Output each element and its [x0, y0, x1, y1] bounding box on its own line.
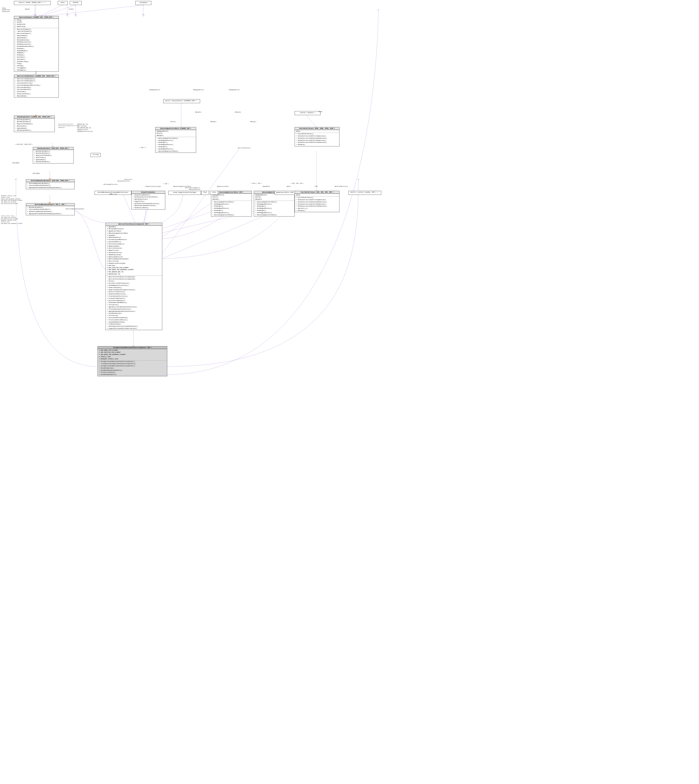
svg-line-2	[42, 5, 76, 16]
output-file-handler-header: OutputFileHandler	[132, 191, 165, 194]
label-dim-dimminus1: « DIM-1 »	[139, 147, 146, 148]
solid-mech-problem-def-type: SolidMechanicsProblemDefinition< DIM > &	[94, 191, 131, 195]
svg-line-3	[46, 5, 143, 16]
label-dim-dim: « DIM »	[163, 183, 169, 184]
label-mflag: mFlagmOwnershipmIsDeleted	[2, 8, 10, 13]
label-mcompressibility: mCompressibilityType	[145, 186, 161, 187]
deformed-boundary-element-box: DeformedBoundaryElement< ELEM_DIM, SPACE…	[26, 179, 75, 189]
abstract-element-header: AbstractElement< ELEMENT_DIM, SPACE_DIM …	[14, 16, 58, 19]
label-mresidual: mResidualVector	[189, 189, 201, 190]
gaussian-quad-element-dim-box: GaussianQuadratureRule< ELEMENT_DIM > mN…	[155, 127, 196, 153]
svg-line-1	[40, 5, 63, 16]
incompressible-nonlinear-elasticity-solver-header: IncompressibleNonlinearElasticitySolver<…	[98, 346, 167, 349]
label-mboundary-quad: mBoundaryQuadratureRule	[173, 186, 191, 187]
label-moutput-directory: mOutputDirectory	[118, 181, 130, 182]
size-box2: Size	[210, 191, 218, 195]
label-newton: NEWTON_REL_TOL mCurrentTime MAX_NEWTON_A…	[77, 123, 93, 133]
label-mdeformed-boundary: mDeformedBoundaryElement	[66, 208, 84, 210]
label-mquad-rule: mQuadratureRule	[217, 186, 229, 187]
deformed-boundary-element-header: DeformedBoundaryElement< ELEM_DIM, SPACE…	[26, 179, 75, 182]
arrows-svg	[0, 0, 699, 784]
chaste-point-type: vector ChastePoint< ELEMENT_DIM > *	[163, 99, 200, 103]
svg-marker-36	[66, 14, 68, 16]
abstract-timed-element-header: AbstractTimedElement< ELEMENT_DIM, SPACE…	[14, 75, 58, 78]
incompressible-nonlinear-elasticity-solver-box: IncompressibleNonlinearElasticitySolver<…	[98, 346, 167, 376]
label-num-quad-2: mNumQuadPoints	[193, 89, 204, 91]
label-static-const: static const size_t NUM_NODES_PER_ELEMEN…	[1, 215, 23, 224]
label-mdeformed-pos: mDeformedPosition	[335, 186, 348, 187]
label-elem-dim: « ELEM_DIM, SPACE_DIM »	[15, 144, 33, 145]
label-mpoints-1: mPoints	[171, 121, 176, 123]
label-mweights-2: mWeights	[195, 111, 201, 113]
output-file-handler-box: OutputFileHandler + OutputFileHandler() …	[131, 191, 165, 209]
fourth-order-tensor-2-box: FourthOrderTensor< DIM, DIM, DIM, DIM > …	[295, 191, 340, 212]
boundary-element-abstract-header: BoundaryElement< ELEMENT_DIM, SPACE_DIM …	[14, 116, 55, 118]
enum-compressibility-type: enum CompressibilityType	[168, 191, 201, 195]
vector-nodes-type: vector< Node< SPACE_DIM > > *	[14, 1, 51, 5]
fourth-order-tensor-2-header: FourthOrderTensor< DIM, DIM, DIM, DIM >	[295, 191, 339, 194]
abstract-finite-elasticity-box: AbstractFiniteElasticitySystem< DIM > # …	[106, 223, 162, 330]
vector-double-type: vector< double >	[295, 111, 321, 115]
string-type: string	[91, 153, 101, 157]
label-num-quad-1: mNumQuadPoints	[149, 89, 160, 91]
svg-line-19	[161, 211, 213, 229]
label-mdata: mData	[318, 111, 323, 113]
unsigned-type: unsigned	[135, 1, 151, 5]
diagram-container: vector< Node< SPACE_DIM > > * bool doubl…	[0, 0, 699, 784]
svg-line-10	[306, 116, 316, 128]
deformed-boundary-element2-header: DeformedBoundaryElement< DIM-1, DIM >	[26, 203, 75, 206]
abstract-element-box: AbstractElement< ELEMENT_DIM, SPACE_DIM …	[14, 16, 59, 72]
label-mdirectory: mDirectory	[124, 179, 132, 180]
svg-marker-40	[142, 14, 144, 16]
vector-double-dim-type: vector< c_vector< double, DIM > > *	[348, 191, 381, 195]
svg-marker-21	[35, 72, 37, 74]
label-mquad-mesh: mQuadMesh	[263, 186, 270, 187]
boundary-element-concrete-header: BoundaryElement< ELEM_DIM, SPACE_DIM >	[33, 147, 73, 150]
svg-line-14	[159, 203, 211, 239]
label-boundary-stencil: BOUNDARY_STENCIL_SIZE STENCIL_SIZE MODEL…	[1, 195, 23, 204]
label-current-solution: mCurrentSolution	[238, 148, 250, 149]
label-mnodes: mNodes	[25, 8, 30, 10]
bool-type: bool	[58, 1, 68, 5]
label-ftse: fTSE	[315, 186, 318, 187]
label-mpoints-3: mWeights	[250, 121, 256, 123]
abstract-timed-element-box: AbstractTimedElement< ELEMENT_DIM, SPACE…	[14, 75, 59, 98]
gaussian-quad-element-dim-header: GaussianQuadratureRule< ELEMENT_DIM >	[156, 127, 196, 130]
fourth-order-tensor-1-box: FourthOrderTensor< DIM1, DIM2, DIM3, DIM…	[295, 127, 340, 146]
svg-marker-38	[75, 14, 77, 16]
label-num-nodes-2: NUM_NODES	[33, 173, 40, 174]
label-num-nodes-1: NUM_NODES	[12, 162, 19, 164]
double-type: double	[70, 1, 82, 5]
label-mweights-1: mWeights	[235, 111, 241, 113]
label-dim1-dim: « DIM, DIM, DIM »	[291, 183, 304, 184]
boundary-element-concrete-box: BoundaryElement< ELEM_DIM, SPACE_DIM > +…	[33, 147, 74, 164]
fourth-order-tensor-1-header: FourthOrderTensor< DIM1, DIM2, DIM3, DIM…	[295, 127, 339, 130]
boundary-element-abstract-box: BoundaryElement< ELEMENT_DIM, SPACE_DIM …	[14, 116, 55, 132]
label-mmesh: mMesh	[287, 186, 291, 187]
abstract-finite-elasticity-header: AbstractFiniteElasticitySystem< DIM >	[106, 223, 162, 226]
label-mcheckedelems: mCheckedExtentFormats mMaxOutputEachNewt…	[58, 123, 79, 128]
size-box1: Size	[201, 191, 209, 195]
label-mproblem-def: mProblemDefinition	[104, 184, 118, 185]
label-mpoints-2: mWeights	[210, 121, 216, 123]
label-dim1-space: « DIM-1, DIM »	[251, 183, 262, 184]
label-num-quad-3: mNumQuadPoints	[229, 89, 240, 91]
label-mprecond: mPreconditionMatrix	[185, 187, 200, 189]
label-mindex: mIndex	[69, 8, 74, 10]
